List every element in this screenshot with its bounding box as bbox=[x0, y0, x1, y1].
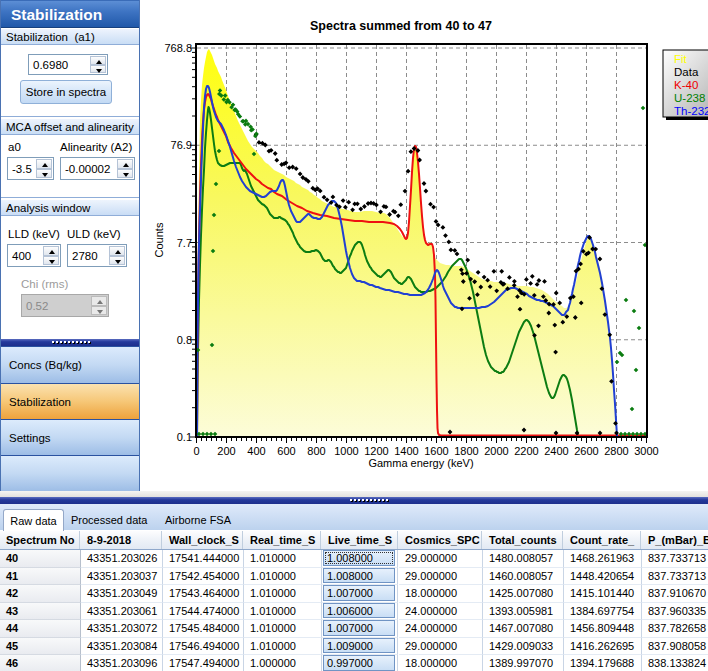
svg-text:Fit: Fit bbox=[674, 53, 688, 65]
svg-text:1800: 1800 bbox=[454, 445, 478, 457]
svg-text:7.7: 7.7 bbox=[177, 237, 192, 249]
svg-text:2400: 2400 bbox=[544, 445, 568, 457]
svg-text:2200: 2200 bbox=[514, 445, 538, 457]
svg-text:800: 800 bbox=[307, 445, 325, 457]
svg-text:1000: 1000 bbox=[334, 445, 358, 457]
svg-text:3000: 3000 bbox=[634, 445, 658, 457]
svg-text:76.9: 76.9 bbox=[171, 139, 192, 151]
svg-text:2000: 2000 bbox=[484, 445, 508, 457]
svg-text:Spectra summed from 40 to 47: Spectra summed from 40 to 47 bbox=[310, 19, 492, 33]
svg-text:Data: Data bbox=[674, 66, 699, 78]
svg-text:2800: 2800 bbox=[604, 445, 628, 457]
svg-text:1600: 1600 bbox=[424, 445, 448, 457]
svg-text:2600: 2600 bbox=[574, 445, 598, 457]
svg-text:1200: 1200 bbox=[364, 445, 388, 457]
svg-text:0: 0 bbox=[193, 445, 199, 457]
svg-text:600: 600 bbox=[277, 445, 295, 457]
svg-text:200: 200 bbox=[217, 445, 235, 457]
svg-text:768.8: 768.8 bbox=[164, 42, 192, 54]
svg-text:K-40: K-40 bbox=[674, 79, 698, 91]
svg-text:0.8: 0.8 bbox=[177, 334, 192, 346]
svg-text:400: 400 bbox=[247, 445, 265, 457]
svg-text:0.1: 0.1 bbox=[177, 431, 192, 443]
svg-text:U-238: U-238 bbox=[674, 92, 705, 104]
svg-text:1400: 1400 bbox=[394, 445, 418, 457]
svg-text:Counts: Counts bbox=[153, 222, 165, 257]
svg-text:Gamma energy (keV): Gamma energy (keV) bbox=[368, 457, 473, 469]
svg-text:Th-232: Th-232 bbox=[674, 105, 708, 117]
